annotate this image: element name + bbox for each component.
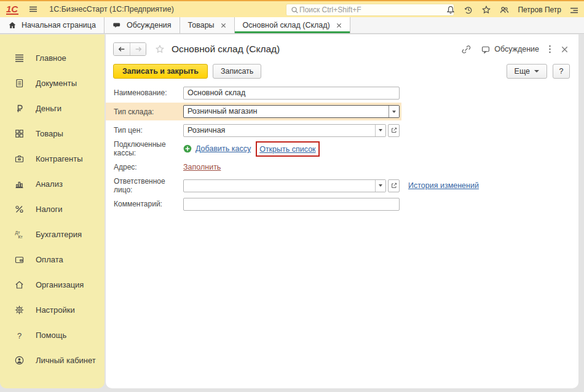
- tab-home[interactable]: Начальная страница: [0, 17, 105, 33]
- sidebar-item-kontragenty[interactable]: Контрагенты: [0, 146, 105, 171]
- favorites-star-icon[interactable]: [481, 5, 491, 15]
- svg-text:?: ?: [17, 331, 22, 340]
- topbar: 1С 1С:БизнесСтарт (1С:Предприятие): [0, 0, 584, 17]
- sidebar-item-oplata[interactable]: Оплата: [0, 247, 105, 272]
- sidebar-item-buhgalteria[interactable]: Дт Кт Бухгалтерия: [0, 222, 105, 247]
- price-type-value: Розничная: [184, 125, 375, 136]
- add-cash-register-link[interactable]: Добавить кассу: [183, 144, 251, 153]
- discussion-label: Обсуждение: [494, 45, 539, 53]
- tab-label: Начальная страница: [22, 21, 96, 29]
- document-icon: [14, 78, 25, 88]
- favorite-star-icon[interactable]: [155, 44, 165, 54]
- fill-address-link[interactable]: Заполнить: [183, 163, 221, 171]
- chevron-down-icon: [534, 70, 539, 73]
- help-button[interactable]: ?: [553, 64, 570, 79]
- field-row-comment: Комментарий:: [106, 197, 578, 211]
- sidebar-item-tovary[interactable]: Товары: [0, 121, 105, 146]
- tab-warehouse-active[interactable]: Основной склад (Склад): [235, 17, 350, 33]
- sidebar-item-label: Документы: [36, 79, 77, 88]
- dropdown-arrow-button[interactable]: [375, 125, 385, 136]
- sidebar-item-dengi[interactable]: Деньги: [0, 96, 105, 121]
- search-input[interactable]: [299, 6, 450, 14]
- price-type-select[interactable]: Розничная: [183, 124, 386, 137]
- global-search[interactable]: [286, 4, 454, 16]
- add-cash-register-label: Добавить кассу: [195, 144, 251, 153]
- open-list-link[interactable]: Открыть список: [259, 145, 315, 154]
- sidebar-item-analiz[interactable]: Анализ: [0, 171, 105, 197]
- responsible-select[interactable]: [183, 179, 386, 192]
- notifications-bell-icon[interactable]: [446, 5, 456, 15]
- name-input[interactable]: [183, 87, 400, 100]
- app-title: 1С:БизнесСтарт (1С:Предприятие): [49, 5, 174, 14]
- sidebar-item-nalogi[interactable]: Налоги: [0, 197, 105, 222]
- dropdown-arrow-button[interactable]: [375, 180, 385, 192]
- sidebar-item-glavnoe[interactable]: Главное: [0, 45, 105, 71]
- topbar-actions: Петров Петр: [446, 1, 579, 18]
- service-menu-icon[interactable]: [569, 5, 579, 15]
- form-fields: Наименование: Тип склада: Розничный мага…: [106, 81, 578, 211]
- search-icon: [290, 6, 299, 15]
- responsible-label: Ответственное лицо:: [114, 177, 183, 194]
- nav-history-group: [113, 42, 146, 56]
- sidebar-item-pomosh[interactable]: ? Помощь: [0, 323, 105, 348]
- home-icon: [8, 21, 17, 29]
- copy-link-icon[interactable]: [461, 44, 472, 55]
- tab-label: Обсуждения: [127, 21, 172, 29]
- sidebar-item-label: Организация: [36, 280, 84, 289]
- percent-icon: [14, 204, 25, 214]
- grid-icon: [14, 128, 25, 139]
- sidebar-item-organizacia[interactable]: Организация: [0, 272, 105, 297]
- ruble-icon: [14, 103, 25, 114]
- sidebar-item-label: Налоги: [36, 205, 63, 214]
- menu-lines-icon: [14, 53, 25, 63]
- more-menu-kebab-icon[interactable]: [548, 44, 551, 54]
- main-menu-icon[interactable]: [28, 4, 38, 14]
- more-button-label: Еще: [515, 67, 530, 76]
- tab-close-icon[interactable]: [221, 23, 226, 28]
- field-row-name: Наименование:: [106, 86, 578, 100]
- sidebar-item-lichny-kabinet[interactable]: Личный кабинет: [0, 348, 105, 373]
- current-user-name[interactable]: Петров Петр: [518, 6, 561, 14]
- sidebar-item-label: Личный кабинет: [36, 356, 96, 365]
- warehouse-type-select[interactable]: Розничный магазин: [183, 105, 400, 118]
- discussion-button[interactable]: Обсуждение: [481, 45, 539, 54]
- open-item-button[interactable]: [388, 179, 400, 192]
- comment-input[interactable]: [183, 198, 400, 211]
- form-header: Основной склад (Склад) Обсуждение: [106, 34, 578, 59]
- price-type-label: Тип цен:: [114, 126, 183, 135]
- field-row-cash-registers: Подключенные кассы: Добавить кассу Откры…: [106, 140, 578, 157]
- dropdown-arrow-button[interactable]: [389, 106, 399, 117]
- 1c-logo: 1С: [6, 4, 18, 15]
- field-row-address: Адрес: Заполнить: [106, 160, 578, 174]
- sidebar-item-dokumenty[interactable]: Документы: [0, 71, 105, 96]
- page-title: Основной склад (Склад): [172, 44, 280, 55]
- sidebar-item-label: Главное: [36, 53, 66, 63]
- history-icon[interactable]: [464, 5, 473, 15]
- sidebar-item-nastroiki[interactable]: Настройки: [0, 297, 105, 323]
- field-row-responsible: Ответственное лицо: История изменений: [106, 177, 578, 194]
- sidebar-item-label: Помощь: [36, 331, 66, 340]
- sidebar-item-label: Настройки: [36, 305, 75, 315]
- debit-credit-icon: Дт Кт: [14, 229, 25, 240]
- sidebar-item-label: Товары: [36, 129, 63, 138]
- tab-goods[interactable]: Товары: [180, 17, 235, 33]
- bar-chart-icon: [14, 179, 25, 189]
- tab-close-icon[interactable]: [336, 23, 342, 28]
- tab-label: Основной склад (Склад): [243, 21, 330, 29]
- open-item-button[interactable]: [388, 124, 400, 137]
- back-button[interactable]: [114, 43, 130, 55]
- change-history-link[interactable]: История изменений: [408, 181, 479, 190]
- sidebar-item-label: Контрагенты: [36, 154, 83, 163]
- field-row-price-type: Тип цен: Розничная: [106, 123, 578, 137]
- save-and-close-button[interactable]: Записать и закрыть: [113, 64, 208, 79]
- close-form-icon[interactable]: [561, 45, 569, 53]
- svg-text:Кт: Кт: [18, 235, 23, 239]
- warehouse-type-label: Тип склада:: [114, 108, 183, 116]
- save-button[interactable]: Записать: [213, 64, 261, 79]
- users-icon[interactable]: [499, 5, 510, 15]
- forward-button[interactable]: [130, 43, 146, 55]
- sidebar-item-label: Оплата: [36, 255, 63, 264]
- name-field-label: Наименование:: [114, 88, 183, 97]
- more-button[interactable]: Еще: [507, 64, 547, 79]
- tab-discussions[interactable]: Обсуждения: [105, 17, 180, 33]
